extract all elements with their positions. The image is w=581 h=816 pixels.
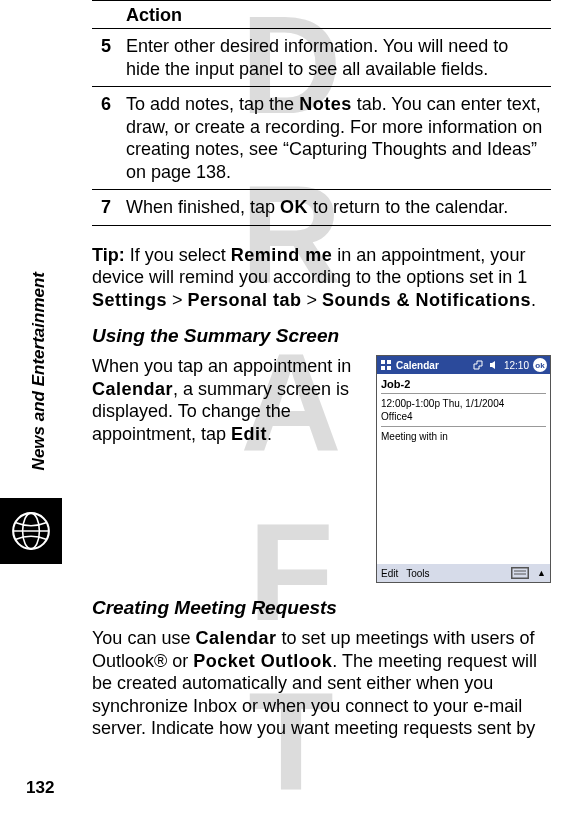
svg-rect-3 — [381, 360, 385, 364]
pocket-outlook-label: Pocket Outlook — [193, 651, 332, 671]
sounds-notifications-label: Sounds & Notifications — [322, 290, 531, 310]
step-number: 5 — [92, 29, 120, 87]
appointment-title: Job-2 — [381, 378, 546, 390]
sip-up-icon[interactable]: ▲ — [537, 568, 546, 578]
device-titlebar: Calendar 12:10 ok — [377, 356, 550, 374]
settings-label: Settings — [92, 290, 167, 310]
device-toolbar: Edit Tools ▲ — [377, 564, 550, 582]
action-header-blank — [92, 1, 120, 29]
svg-rect-4 — [387, 360, 391, 364]
section-heading-summary: Using the Summary Screen — [92, 325, 551, 347]
summary-paragraph: When you tap an appointment in Calendar,… — [92, 355, 366, 583]
notes-label: Notes — [299, 94, 352, 114]
step-text: When finished, tap OK to return to the c… — [120, 190, 551, 226]
section-heading-meeting: Creating Meeting Requests — [92, 597, 551, 619]
start-icon[interactable] — [380, 359, 392, 371]
calendar-label: Calendar — [92, 379, 173, 399]
appointment-time: 12:00p-1:00p Thu, 1/1/2004 — [381, 397, 546, 410]
table-row: 6 To add notes, tap the Notes tab. You c… — [92, 87, 551, 190]
step-text: Enter other desired information. You wil… — [120, 29, 551, 87]
ok-button[interactable]: ok — [533, 358, 547, 372]
action-header: Action — [120, 1, 551, 29]
appointment-location: Office4 — [381, 410, 546, 423]
connectivity-icon[interactable] — [472, 359, 484, 371]
menu-icon: 1 — [517, 267, 527, 287]
toolbar-edit[interactable]: Edit — [381, 568, 398, 579]
divider — [381, 393, 546, 394]
tip-label: Tip: — [92, 245, 125, 265]
edit-label: Edit — [231, 424, 267, 444]
step-number: 6 — [92, 87, 120, 190]
table-row: 5 Enter other desired information. You w… — [92, 29, 551, 87]
appointment-note: Meeting with in — [381, 430, 546, 443]
meeting-paragraph: You can use Calendar to set up meetings … — [92, 627, 551, 740]
tip-paragraph: Tip: If you select Remind me in an appoi… — [92, 244, 551, 312]
toolbar-tools[interactable]: Tools — [406, 568, 429, 579]
device-clock[interactable]: 12:10 — [504, 360, 529, 371]
appointment-summary-area[interactable]: Job-2 12:00p-1:00p Thu, 1/1/2004 Office4… — [377, 374, 550, 564]
remind-me-label: Remind me — [231, 245, 333, 265]
svg-rect-5 — [381, 366, 385, 370]
speaker-icon[interactable] — [488, 359, 500, 371]
device-app-title: Calendar — [396, 360, 468, 371]
keyboard-icon[interactable] — [511, 567, 529, 579]
device-screenshot: Calendar 12:10 ok Job-2 12:00p-1:00p Thu… — [376, 355, 551, 583]
step-number: 7 — [92, 190, 120, 226]
calendar-label-2: Calendar — [195, 628, 276, 648]
step-text: To add notes, tap the Notes tab. You can… — [120, 87, 551, 190]
action-table: Action 5 Enter other desired information… — [92, 0, 551, 226]
divider — [381, 426, 546, 427]
ok-label: OK — [280, 197, 308, 217]
svg-rect-6 — [387, 366, 391, 370]
page-number: 132 — [26, 778, 54, 798]
table-row: 7 When finished, tap OK to return to the… — [92, 190, 551, 226]
svg-rect-7 — [512, 568, 528, 578]
personal-tab-label: Personal tab — [188, 290, 302, 310]
